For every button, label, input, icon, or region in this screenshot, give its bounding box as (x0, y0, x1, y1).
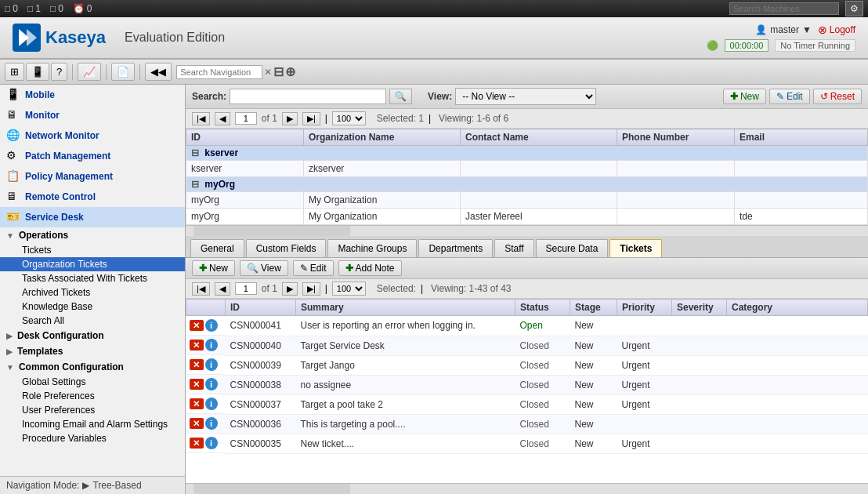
cell-phone (617, 161, 735, 177)
table-row[interactable]: kserver zkserver (186, 161, 868, 177)
nav-plus-button[interactable]: ⊕ (285, 64, 295, 79)
sidebar-tasks-tickets[interactable]: Tasks Associated With Tickets (0, 271, 185, 285)
sidebar-incoming-email[interactable]: Incoming Email and Alarm Settings (0, 417, 185, 431)
page-number-input[interactable] (235, 112, 257, 125)
new-button[interactable]: ✚ New (723, 89, 766, 104)
settings-gear-button[interactable]: ⚙ (845, 1, 863, 16)
tab-departments[interactable]: Departments (418, 239, 493, 257)
tab-tickets[interactable]: Tickets (609, 239, 662, 257)
delete-icon[interactable]: ✕ (190, 320, 204, 331)
bottom-table-hscroll[interactable] (186, 483, 868, 494)
ticket-status-cell: Closed (515, 394, 570, 414)
clear-search-button[interactable]: ✕ (264, 67, 272, 78)
expand-common-icon: ▼ (6, 363, 14, 372)
table-row[interactable]: ✕ i CSN000039 Target Jango Closed New Ur… (186, 355, 868, 375)
table-row[interactable]: ✕ i CSN000036 This is targeting a pool..… (186, 414, 868, 434)
sidebar-item-patch[interactable]: Patch Management (0, 146, 185, 166)
tickets-new-button[interactable]: ✚ New (192, 260, 235, 276)
sidebar-role-prefs[interactable]: Role Preferences (0, 389, 185, 403)
delete-icon[interactable]: ✕ (190, 418, 204, 429)
tab-custom-fields[interactable]: Custom Fields (246, 239, 327, 257)
nav-mobile-button[interactable]: 📱 (26, 63, 49, 81)
delete-icon[interactable]: ✕ (190, 398, 204, 409)
tickets-add-note-button[interactable]: ✚ Add Note (338, 260, 402, 276)
nav-graph-button[interactable]: 📈 (78, 63, 101, 81)
first-page-button[interactable]: |◀ (192, 112, 210, 125)
sidebar-archived[interactable]: Archived Tickets (0, 285, 185, 300)
sidebar-search-all[interactable]: Search All (0, 314, 185, 328)
tab-staff[interactable]: Staff (494, 239, 533, 257)
sidebar-common-config-header[interactable]: ▼ Common Configuration (0, 359, 185, 375)
group-row-myorg[interactable]: ⊟ myOrg (186, 177, 868, 192)
sidebar-item-mobile[interactable]: Mobile (0, 85, 185, 105)
tickets-last-page-button[interactable]: ▶| (302, 282, 320, 296)
sidebar-item-servicedesk[interactable]: Service Desk (0, 207, 185, 227)
logoff-button[interactable]: ⊗ Logoff (818, 24, 855, 36)
sidebar-item-policy[interactable]: Policy Management (0, 166, 185, 187)
table-row[interactable]: ✕ i CSN000041 User is reporting an error… (186, 316, 868, 336)
info-icon[interactable]: i (205, 358, 218, 371)
sidebar-item-monitor[interactable]: Monitor (0, 105, 185, 125)
sidebar-item-network[interactable]: Network Monitor (0, 125, 185, 146)
tab-machine-groups[interactable]: Machine Groups (327, 239, 417, 257)
table-row[interactable]: ✕ i CSN000035 New ticket.... Closed New … (186, 434, 868, 453)
table-row[interactable]: ✕ i CSN000037 Target a pool take 2 Close… (186, 394, 868, 414)
delete-icon[interactable]: ✕ (190, 340, 204, 351)
delete-icon[interactable]: ✕ (190, 438, 204, 449)
tab-secure-data[interactable]: Secure Data (536, 239, 609, 257)
next-page-button[interactable]: ▶ (282, 112, 298, 125)
search-input[interactable] (230, 89, 386, 104)
cell-email (735, 161, 868, 177)
table-row[interactable]: ✕ i CSN000038 no assignee Closed New Urg… (186, 375, 868, 394)
group-row-kserver[interactable]: ⊟ kserver (186, 146, 868, 161)
tickets-prev-page-button[interactable]: ◀ (215, 282, 230, 296)
nav-minus-button[interactable]: ⊟ (273, 64, 284, 79)
sidebar-tickets[interactable]: Tickets (0, 243, 185, 257)
tickets-rows-select[interactable]: 100 (332, 282, 366, 296)
tickets-first-page-button[interactable]: |◀ (192, 282, 210, 296)
info-icon[interactable]: i (205, 319, 218, 332)
view-select[interactable]: -- No View -- (455, 88, 596, 105)
user-dropdown-icon[interactable]: ▼ (802, 24, 812, 35)
info-icon[interactable]: i (205, 417, 218, 430)
table-row[interactable]: myOrg My Organization Jaster Mereel tde (186, 209, 868, 225)
edit-button[interactable]: ✎ Edit (769, 89, 810, 104)
delete-icon[interactable]: ✕ (190, 359, 204, 370)
sidebar-operations-header[interactable]: ▼ Operations (0, 227, 185, 243)
col-ticket-id: ID (226, 300, 296, 316)
sidebar-proc-vars[interactable]: Procedure Variables (0, 431, 185, 445)
info-icon[interactable]: i (205, 437, 218, 449)
sidebar-knowledge[interactable]: Knowledge Base (0, 300, 185, 314)
info-icon[interactable]: i (205, 398, 218, 410)
info-icon[interactable]: i (205, 339, 218, 351)
sidebar-item-remote[interactable]: Remote Control (0, 187, 185, 207)
search-machines-input[interactable] (729, 2, 839, 15)
delete-icon[interactable]: ✕ (190, 379, 204, 390)
search-go-button[interactable]: 🔍 (389, 89, 412, 104)
search-navigation-input[interactable] (176, 65, 262, 79)
last-page-button[interactable]: ▶| (302, 112, 320, 125)
tickets-page-input[interactable] (235, 282, 257, 295)
sidebar-templates-header[interactable]: ▶ Templates (0, 343, 185, 359)
nav-home-button[interactable]: ⊞ (5, 63, 24, 81)
rows-per-page-select[interactable]: 100 (332, 111, 366, 125)
table-row[interactable]: myOrg My Organization (186, 192, 868, 209)
info-icon[interactable]: i (205, 378, 218, 390)
sidebar-desk-config-header[interactable]: ▶ Desk Configuration (0, 328, 185, 343)
sidebar-global-settings[interactable]: Global Settings (0, 375, 185, 389)
nav-help-button[interactable]: ? (51, 63, 67, 81)
prev-page-button[interactable]: ◀ (215, 112, 230, 125)
nav-doc-button[interactable]: 📄 (111, 63, 135, 81)
tickets-next-page-button[interactable]: ▶ (282, 282, 298, 296)
tickets-view-button[interactable]: 🔍 View (240, 260, 288, 276)
tab-general[interactable]: General (190, 239, 244, 257)
reset-button[interactable]: ↺ Reset (813, 89, 862, 104)
sidebar-org-tickets[interactable]: Organization Tickets (0, 257, 185, 271)
table-row[interactable]: ✕ i CSN000040 Target Service Desk Closed… (186, 336, 868, 355)
reset-label: Reset (830, 91, 855, 102)
top-bar: □ 0 □ 1 □ 0 ⏰ 0 ⚙ (0, 0, 868, 17)
sidebar-user-prefs[interactable]: User Preferences (0, 403, 185, 417)
top-table-hscroll[interactable] (186, 225, 868, 236)
nav-collapse-button[interactable]: ◀◀ (145, 63, 172, 81)
tickets-edit-button[interactable]: ✎ Edit (293, 260, 334, 276)
